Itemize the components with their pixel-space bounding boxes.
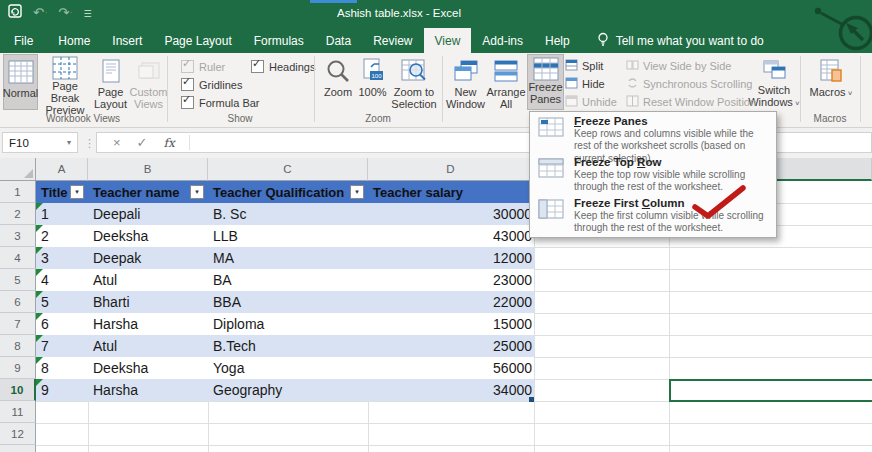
tell-me-box[interactable]: Tell me what you want to do bbox=[597, 28, 764, 53]
column-header-b[interactable]: B bbox=[88, 158, 208, 181]
table-cell[interactable]: 9 bbox=[36, 379, 88, 401]
tab-home[interactable]: Home bbox=[47, 28, 101, 53]
table-cell[interactable]: Deeksha bbox=[88, 225, 208, 247]
table-cell[interactable]: 8 bbox=[36, 357, 88, 379]
filter-dropdown-icon[interactable]: ▾ bbox=[350, 185, 364, 199]
normal-button[interactable]: Normal bbox=[3, 54, 38, 110]
tab-data[interactable]: Data bbox=[315, 28, 362, 53]
table-cell[interactable]: 6 bbox=[36, 313, 88, 335]
filter-dropdown-icon[interactable]: ▾ bbox=[190, 185, 204, 199]
row-header-11[interactable]: 11 bbox=[0, 401, 36, 423]
new-window-button[interactable]: New Window bbox=[446, 54, 485, 110]
row-header-2[interactable]: 2 bbox=[0, 203, 36, 225]
table-cell[interactable]: 22000 bbox=[368, 291, 534, 313]
enter-icon[interactable]: ✓ bbox=[137, 134, 148, 152]
split-button[interactable]: Split bbox=[565, 58, 603, 74]
menu-item-freeze-first-column[interactable]: Freeze First ColumnKeep the first column… bbox=[530, 197, 776, 238]
table-cell[interactable]: 43000 bbox=[368, 225, 534, 247]
custom-views-button[interactable]: Custom Views bbox=[130, 54, 167, 110]
macros-button[interactable]: Macros ˅ bbox=[806, 54, 856, 110]
zoom-button[interactable]: Zoom bbox=[320, 54, 356, 110]
table-cell[interactable]: LLB bbox=[208, 225, 368, 247]
name-box-caret-icon[interactable]: ▾ bbox=[67, 138, 71, 147]
checkbox-box[interactable]: ✓ bbox=[251, 60, 264, 73]
table-cell[interactable]: Harsha bbox=[88, 313, 208, 335]
table-cell[interactable]: 25000 bbox=[368, 335, 534, 357]
table-cell[interactable]: 30000 bbox=[368, 203, 534, 225]
table-cell[interactable]: Bharti bbox=[88, 291, 208, 313]
row-header-7[interactable]: 7 bbox=[0, 313, 36, 335]
tab-help[interactable]: Help bbox=[534, 28, 581, 53]
headings-checkbox[interactable]: ✓Headings bbox=[251, 59, 315, 74]
checkbox-box[interactable]: ✓ bbox=[181, 96, 194, 109]
zoom-to-selection-button[interactable]: Zoom to Selection bbox=[389, 54, 439, 110]
table-cell[interactable]: Yoga bbox=[208, 357, 368, 379]
table-cell[interactable]: Diploma bbox=[208, 313, 368, 335]
row-header-9[interactable]: 9 bbox=[0, 357, 36, 379]
tab-view[interactable]: View bbox=[424, 28, 472, 53]
menu-item-freeze-top-row[interactable]: Freeze Top RowKeep the top row visible w… bbox=[530, 156, 776, 197]
table-cell[interactable]: MA bbox=[208, 247, 368, 269]
tab-file[interactable]: File bbox=[0, 28, 47, 53]
freeze-panes-button[interactable]: Freeze Panes ˅ bbox=[527, 54, 564, 110]
table-cell[interactable]: Atul bbox=[88, 335, 208, 357]
arrange-all-button[interactable]: Arrange All bbox=[486, 54, 526, 110]
filter-dropdown-icon[interactable]: ▾ bbox=[70, 185, 84, 199]
view-side-by-side-button[interactable]: View Side by Side bbox=[626, 58, 731, 74]
table-cell[interactable]: 23000 bbox=[368, 269, 534, 291]
row-header-5[interactable]: 5 bbox=[0, 269, 36, 291]
row-header-3[interactable]: 3 bbox=[0, 225, 36, 247]
table-cell[interactable]: 1 bbox=[36, 203, 88, 225]
row-header-12[interactable]: 12 bbox=[0, 423, 36, 445]
checkbox-box[interactable]: ✓ bbox=[181, 78, 194, 91]
reset-window-position-button[interactable]: Reset Window Position bbox=[626, 94, 756, 110]
100%-button[interactable]: 100100% bbox=[357, 54, 388, 110]
table-cell[interactable]: 4 bbox=[36, 269, 88, 291]
table-cell[interactable]: Deepak bbox=[88, 247, 208, 269]
menu-item-freeze-panes[interactable]: Freeze PanesKeep rows and columns visibl… bbox=[530, 115, 776, 156]
checkbox-box[interactable]: ✓ bbox=[181, 60, 194, 73]
table-cell[interactable]: BA bbox=[208, 269, 368, 291]
row-header-1[interactable]: 1 bbox=[0, 181, 36, 203]
table-cell[interactable]: Geography bbox=[208, 379, 368, 401]
ruler-checkbox[interactable]: ✓Ruler bbox=[181, 59, 225, 74]
table-resize-handle[interactable] bbox=[529, 397, 534, 402]
table-cell[interactable]: B. Sc bbox=[208, 203, 368, 225]
formula-bar-checkbox[interactable]: ✓Formula Bar bbox=[181, 95, 260, 110]
name-box[interactable]: F10 ▾ bbox=[2, 132, 78, 153]
table-cell[interactable]: Deepali bbox=[88, 203, 208, 225]
column-header-a[interactable]: A bbox=[36, 158, 88, 181]
table-cell[interactable]: Harsha bbox=[88, 379, 208, 401]
insert-function-icon[interactable]: fx bbox=[164, 134, 175, 152]
table-cell[interactable]: Atul bbox=[88, 269, 208, 291]
table-cell[interactable]: BBA bbox=[208, 291, 368, 313]
table-header-teacher-salary[interactable]: Teacher salary bbox=[368, 181, 534, 203]
table-cell[interactable]: 12000 bbox=[368, 247, 534, 269]
table-cell[interactable]: B.Tech bbox=[208, 335, 368, 357]
table-cell[interactable]: 3 bbox=[36, 247, 88, 269]
select-all-corner[interactable] bbox=[0, 158, 36, 181]
hide-button[interactable]: Hide bbox=[565, 76, 605, 92]
tab-review[interactable]: Review bbox=[362, 28, 423, 53]
row-header-8[interactable]: 8 bbox=[0, 335, 36, 357]
tab-page-layout[interactable]: Page Layout bbox=[153, 28, 242, 53]
table-cell[interactable]: 5 bbox=[36, 291, 88, 313]
cancel-icon[interactable]: × bbox=[113, 134, 121, 152]
page-break-preview-button[interactable]: Page Break Preview bbox=[39, 54, 91, 110]
tab-formulas[interactable]: Formulas bbox=[243, 28, 315, 53]
table-cell[interactable]: 56000 bbox=[368, 357, 534, 379]
tab-add-ins[interactable]: Add-ins bbox=[471, 28, 534, 53]
synchronous-scrolling-button[interactable]: Synchronous Scrolling bbox=[626, 76, 752, 92]
table-cell[interactable]: 15000 bbox=[368, 313, 534, 335]
column-header-c[interactable]: C bbox=[208, 158, 368, 181]
table-cell[interactable]: 7 bbox=[36, 335, 88, 357]
customize-quick-access-icon[interactable]: ☰ bbox=[84, 4, 91, 24]
tab-insert[interactable]: Insert bbox=[101, 28, 153, 53]
table-cell[interactable]: Deeksha bbox=[88, 357, 208, 379]
row-header-13[interactable]: 13 bbox=[0, 445, 36, 452]
selected-cell-f10[interactable] bbox=[669, 379, 872, 402]
undo-icon[interactable]: ↶ˋ bbox=[33, 3, 47, 25]
page-layout-button[interactable]: Page Layout bbox=[92, 54, 129, 110]
table-header-teacher-qualification[interactable]: Teacher Qualification bbox=[208, 181, 368, 203]
row-header-6[interactable]: 6 bbox=[0, 291, 36, 313]
